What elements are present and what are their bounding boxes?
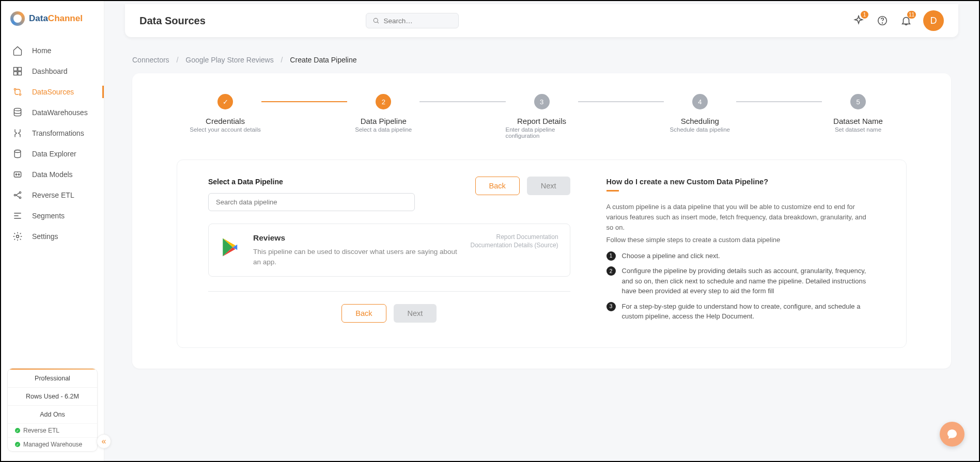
sidebar-item-settings[interactable]: Settings (1, 226, 104, 247)
sidebar-item-transformations[interactable]: Transformations (1, 123, 104, 144)
sidebar-item-label: Home (32, 46, 51, 55)
models-icon (12, 169, 23, 180)
svg-point-7 (14, 150, 21, 153)
global-search[interactable] (366, 13, 459, 28)
sidebar-item-dashboard[interactable]: Dashboard (1, 61, 104, 82)
plan-card: Professional Rows Used - 6.2M Add Ons Re… (7, 368, 98, 452)
help-icon-button[interactable] (876, 14, 889, 27)
sidebar-item-datasources[interactable]: DataSources (1, 82, 104, 102)
divider (208, 291, 570, 292)
step-circle: 2 (376, 94, 391, 109)
svg-point-15 (374, 18, 378, 22)
main-content: Data Sources 1 11 D Co (104, 1, 979, 461)
pipeline-search-input[interactable] (208, 193, 415, 211)
step-circle: 3 (534, 94, 550, 109)
sidebar-item-datawarehouses[interactable]: DataWarehouses (1, 102, 104, 123)
pipeline-card-reviews[interactable]: Reviews This pipeline can be used to dis… (208, 224, 570, 277)
addon-label: Managed Warehouse (23, 441, 82, 448)
step-title: Report Details (517, 117, 566, 125)
breadcrumb: Connectors / Google Play Store Reviews /… (104, 44, 979, 73)
content-card: ✓ Credentials Select your account detail… (132, 73, 951, 369)
step-reportdetails[interactable]: 3 Report Details Enter data pipeline con… (506, 94, 578, 139)
svg-point-13 (19, 197, 21, 198)
back-button-top[interactable]: Back (475, 177, 520, 195)
breadcrumb-item[interactable]: Connectors (132, 56, 169, 64)
svg-point-11 (14, 194, 15, 196)
help-panel: How do I create a new Custom Data Pipeli… (606, 178, 875, 327)
step-circle: ✓ (217, 94, 233, 109)
step-title: Data Pipeline (361, 117, 407, 125)
step-scheduling[interactable]: 4 Scheduling Schedule data pipeline (664, 94, 736, 133)
svg-point-14 (17, 235, 19, 238)
step-subtitle: Schedule data pipeline (670, 126, 730, 133)
svg-point-12 (19, 192, 21, 193)
logo-text: DataChannel (29, 13, 83, 24)
sidebar-item-label: DataWarehouses (32, 108, 88, 117)
sidebar-item-segments[interactable]: Segments (1, 205, 104, 226)
svg-rect-3 (18, 72, 22, 75)
brand-logo[interactable]: DataChannel (1, 1, 104, 38)
step-credentials[interactable]: ✓ Credentials Select your account detail… (189, 94, 261, 133)
next-button[interactable]: Next (394, 304, 437, 323)
svg-point-9 (15, 174, 17, 176)
inner-card: Select a Data Pipeline Back Next (177, 160, 907, 348)
section-label: Select a Data Pipeline (208, 178, 415, 186)
transformations-icon (12, 128, 23, 138)
notifications-badge: 11 (907, 11, 916, 19)
next-button-top[interactable]: Next (527, 177, 570, 195)
home-icon (12, 45, 23, 56)
sidebar-collapse-button[interactable]: « (97, 434, 111, 449)
svg-rect-1 (18, 68, 22, 71)
sparkle-icon-button[interactable]: 1 (852, 14, 865, 27)
help-step-text: For a step-by-step guide to understand h… (622, 301, 875, 322)
sidebar: DataChannel Home Dashboard DataSources D… (1, 1, 104, 461)
svg-point-10 (18, 174, 20, 176)
plan-tier[interactable]: Professional (8, 370, 97, 387)
sidebar-item-dataexplorer[interactable]: Data Explorer (1, 144, 104, 164)
sidebar-item-reverseetl[interactable]: Reverse ETL (1, 185, 104, 205)
chat-fab-button[interactable] (940, 422, 965, 447)
google-play-icon (220, 236, 242, 258)
back-button[interactable]: Back (341, 304, 386, 323)
addon-item: Managed Warehouse (8, 437, 97, 451)
gear-icon (12, 231, 23, 242)
addon-label: Reverse ETL (23, 427, 59, 434)
breadcrumb-item[interactable]: Google Play Store Reviews (185, 56, 273, 64)
logo-icon (10, 11, 25, 26)
help-step-number: 3 (606, 302, 616, 311)
svg-point-5 (19, 93, 21, 95)
pipeline-description: This pipeline can be used to discover wh… (253, 247, 459, 267)
step-datapipeline[interactable]: 2 Data Pipeline Select a data pipeline (347, 94, 419, 133)
datasources-icon (12, 87, 23, 97)
sidebar-item-label: Data Models (32, 170, 73, 179)
step-circle: 5 (850, 94, 866, 109)
sidebar-item-label: DataSources (32, 88, 74, 96)
svg-rect-0 (14, 68, 18, 71)
svg-point-6 (14, 108, 21, 111)
help-step: 3For a step-by-step guide to understand … (606, 301, 875, 322)
step-circle: 4 (692, 94, 708, 109)
svg-rect-8 (14, 172, 21, 177)
help-title: How do I create a new Custom Data Pipeli… (606, 178, 875, 186)
dashboard-icon (12, 66, 23, 76)
documentation-details-link[interactable]: Documentation Details (Source) (471, 242, 558, 249)
sidebar-item-home[interactable]: Home (1, 40, 104, 61)
sidebar-item-label: Segments (32, 212, 65, 220)
user-avatar[interactable]: D (923, 10, 944, 31)
search-input[interactable] (384, 17, 452, 25)
step-datasetname[interactable]: 5 Dataset Name Set dataset name (822, 94, 894, 133)
sidebar-item-label: Settings (32, 232, 58, 241)
plan-addons-label[interactable]: Add Ons (8, 405, 97, 423)
report-documentation-link[interactable]: Report Documentation (471, 233, 558, 241)
sparkle-badge: 1 (861, 11, 868, 19)
help-step-text: Configure the pipeline by providing deta… (622, 266, 875, 296)
warehouse-icon (12, 107, 23, 118)
sidebar-item-label: Dashboard (32, 67, 68, 75)
notifications-icon-button[interactable]: 11 (899, 14, 913, 27)
chat-icon (946, 428, 958, 440)
help-step: 2Configure the pipeline by providing det… (606, 266, 875, 296)
explorer-icon (12, 149, 23, 159)
sidebar-item-datamodels[interactable]: Data Models (1, 164, 104, 185)
plan-rows-used[interactable]: Rows Used - 6.2M (8, 387, 97, 405)
help-step: 1Choose a pipeline and click next. (606, 251, 875, 261)
